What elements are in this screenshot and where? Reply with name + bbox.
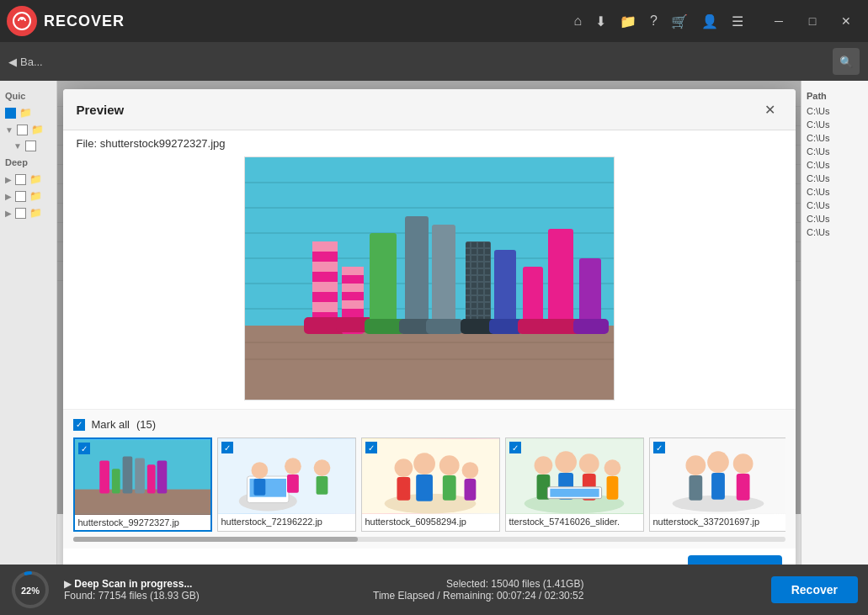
thumb-label-2: hutterstock_72196222.jp [218, 514, 355, 529]
maximize-button[interactable]: □ [797, 6, 828, 36]
sidebar-check-2[interactable] [17, 125, 28, 135]
path-value-6: C:\Us [801, 172, 868, 185]
thumb-image-5 [650, 438, 785, 514]
preview-recover-button[interactable]: Recover [688, 555, 781, 565]
svg-rect-45 [111, 469, 120, 493]
expand-arrow-3: ▶ [5, 175, 12, 184]
recover-main-button[interactable]: Recover [771, 576, 858, 603]
scan-status: ▶ Deep Scan in progress... [64, 578, 200, 590]
svg-rect-49 [157, 460, 167, 493]
download-icon[interactable]: ⬇ [595, 13, 606, 29]
svg-point-1 [20, 17, 24, 20]
thumbnail-scrollbar-handle[interactable] [73, 537, 358, 542]
expand-arrow-2: ▼ [13, 141, 22, 151]
sidebar: Quic 📁 ▼ 📁 ▼ Deep ▶ 📁 ▶ [0, 81, 57, 565]
thumb-image-3 [362, 438, 499, 514]
svg-rect-36 [548, 229, 573, 334]
svg-rect-27 [432, 225, 455, 334]
app-name: RECOVER [44, 13, 125, 30]
svg-rect-25 [405, 216, 429, 334]
sidebar-check-4[interactable] [15, 174, 26, 185]
close-button[interactable]: ✕ [831, 6, 861, 36]
thumb-check-4[interactable]: ✓ [509, 442, 521, 453]
folder-icon-3: 📁 [29, 173, 42, 185]
svg-rect-55 [253, 479, 265, 496]
svg-rect-59 [316, 476, 327, 495]
svg-point-0 [13, 13, 30, 29]
svg-rect-47 [135, 459, 145, 494]
user-icon[interactable]: 👤 [701, 13, 718, 29]
thumb-label-5: nutterstock_337201697.jp [650, 514, 785, 529]
mark-all-checkbox[interactable]: ✓ [73, 419, 85, 431]
cart-icon[interactable]: 🛒 [671, 13, 688, 29]
sidebar-item-6[interactable]: ▶ 📁 [3, 204, 53, 221]
logo-icon [7, 6, 37, 36]
sidebar-check-3[interactable] [25, 140, 36, 151]
sidebar-item-1[interactable]: 📁 [3, 104, 53, 121]
sidebar-item-4[interactable]: ▶ 📁 [3, 171, 53, 188]
window-controls: ─ □ ✕ [764, 6, 861, 36]
minimize-button[interactable]: ─ [764, 6, 794, 36]
boots-image [245, 157, 615, 400]
path-column-header: Path [801, 87, 868, 104]
svg-point-86 [707, 451, 729, 473]
thumbnail-1[interactable]: ✓ [73, 437, 212, 532]
mark-all-label: Mark all [92, 418, 130, 431]
search-button[interactable]: 🔍 [833, 48, 860, 75]
svg-rect-28 [426, 319, 463, 334]
path-value-8: C:\Us [801, 199, 868, 212]
thumb-label-1: hutterstock_99272327.jp [75, 515, 210, 530]
thumb-check-3[interactable]: ✓ [365, 442, 377, 453]
expand-arrow-5: ▶ [5, 209, 12, 218]
thumbnail-5[interactable]: ✓ [649, 437, 785, 532]
content-area: Quic 📁 ▼ 📁 ▼ Deep ▶ 📁 ▶ [0, 81, 868, 565]
search-icon: 🔍 [839, 56, 853, 68]
svg-rect-44 [99, 460, 109, 493]
menu-icon[interactable]: ☰ [732, 13, 743, 29]
svg-rect-69 [464, 479, 476, 501]
svg-point-88 [732, 453, 753, 474]
preview-image-area [63, 156, 796, 409]
svg-text:22%: 22% [21, 586, 40, 596]
thumbnail-4[interactable]: ✓ [505, 437, 644, 532]
thumb-check-1[interactable]: ✓ [78, 443, 90, 454]
thumb-image-1 [75, 439, 210, 515]
mark-all-count: (15) [136, 418, 156, 431]
path-value-4: C:\Us [801, 145, 868, 158]
back-button[interactable]: ◀ Ba... [8, 56, 43, 68]
svg-rect-85 [689, 475, 702, 501]
svg-point-64 [413, 453, 435, 475]
thumbnail-scrollbar[interactable] [73, 537, 785, 542]
main-panel: 🖼 shutterstock_99272327.jpg 🖼 shuttersto… [57, 81, 801, 565]
status-bar: 22% ▶ Deep Scan in progress... Found: 77… [0, 565, 868, 615]
thumb-check-2[interactable]: ✓ [221, 442, 233, 453]
svg-rect-14 [312, 262, 338, 272]
sidebar-check-6[interactable] [15, 208, 26, 219]
svg-rect-9 [245, 326, 615, 400]
svg-rect-67 [442, 475, 455, 501]
right-panel: Path C:\Us C:\Us C:\Us C:\Us C:\Us C:\Us… [801, 81, 868, 565]
time-status: Time Elapsed / Remaining: 00:07:24 / 02:… [373, 590, 583, 602]
folder-icon[interactable]: 📁 [620, 13, 636, 29]
thumbnail-3[interactable]: ✓ [361, 437, 500, 532]
svg-rect-79 [606, 476, 618, 500]
expand-arrow-1: ▼ [5, 125, 13, 135]
svg-rect-81 [550, 489, 599, 497]
home-icon[interactable]: ⌂ [573, 13, 582, 29]
thumb-check-5[interactable]: ✓ [653, 442, 665, 453]
sidebar-item-5[interactable]: ▶ 📁 [3, 188, 53, 204]
svg-point-66 [439, 455, 459, 475]
svg-point-72 [534, 456, 552, 475]
svg-rect-63 [397, 477, 410, 501]
help-icon[interactable]: ? [650, 13, 658, 29]
svg-rect-19 [342, 267, 364, 275]
thumbnail-2[interactable]: ✓ [217, 437, 356, 532]
folder-icon-2: 📁 [31, 124, 44, 135]
path-value-7: C:\Us [801, 185, 868, 199]
selected-status: Selected: 15040 files (1.41GB) [373, 578, 583, 590]
sidebar-item-3[interactable]: ▼ [3, 138, 53, 154]
preview-close-button[interactable]: ✕ [759, 98, 782, 121]
sidebar-item-2[interactable]: ▼ 📁 [3, 121, 53, 138]
sidebar-check-5[interactable] [15, 191, 26, 202]
sidebar-check-1[interactable] [5, 108, 16, 119]
